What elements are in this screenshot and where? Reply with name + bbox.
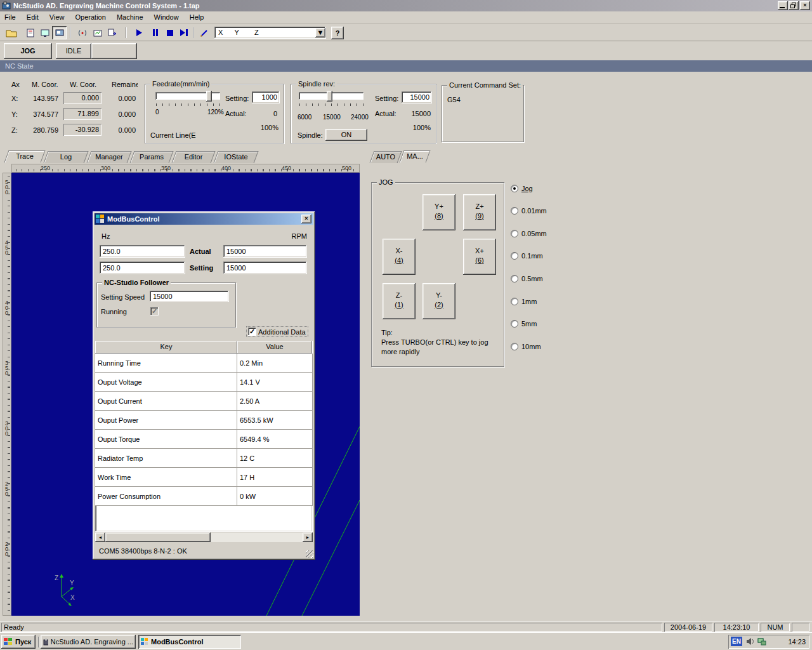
jog-x-plus-button[interactable]: X+(6) xyxy=(463,239,496,275)
radio-0-1mm[interactable] xyxy=(511,252,518,260)
tab-editor[interactable]: Editor xyxy=(172,151,216,163)
svg-text:Z: Z xyxy=(55,574,58,581)
radio-jog[interactable] xyxy=(511,185,518,192)
menu-help[interactable]: Help xyxy=(185,11,209,23)
restore-button[interactable] xyxy=(789,1,799,10)
tab-auto[interactable]: AUTO xyxy=(370,151,402,163)
additional-data-checkbox[interactable]: ✓ xyxy=(248,328,256,336)
menu-machine[interactable]: Machine xyxy=(112,11,148,23)
tab-trace[interactable]: Trace xyxy=(4,150,46,162)
language-indicator[interactable]: EN xyxy=(731,637,742,646)
tab-params[interactable]: Params xyxy=(130,151,174,163)
menu-operation[interactable]: Operation xyxy=(71,11,110,23)
setting-hz-field[interactable]: 250.0 xyxy=(100,262,185,274)
jog-mode-button[interactable]: JOG xyxy=(4,43,52,59)
task-modbuscontrol[interactable]: ModBusControl xyxy=(138,635,241,649)
scroll-right-icon[interactable]: ► xyxy=(303,533,313,542)
scroll-left-icon[interactable]: ◄ xyxy=(95,533,105,542)
resize-grip[interactable] xyxy=(306,550,313,558)
volume-icon[interactable] xyxy=(746,637,755,646)
modbus-close-button[interactable]: × xyxy=(301,215,311,223)
mode-bar: JOG IDLE xyxy=(0,41,812,60)
status-ready: Ready xyxy=(1,623,662,632)
radio-5mm[interactable] xyxy=(511,320,518,328)
axis-combo-dropdown-icon[interactable]: ▼ xyxy=(315,28,325,37)
axis-label: Z: xyxy=(11,126,18,134)
spindle-on-button[interactable]: ON xyxy=(325,129,367,141)
feedrate-setting-field[interactable]: 1000 xyxy=(252,91,280,103)
spindle-setting-field[interactable]: 15000 xyxy=(402,91,432,103)
modbus-title-bar[interactable]: ModBusControl × xyxy=(95,213,313,225)
svg-text:X: X xyxy=(70,594,75,601)
follower-group-title: NC-Studio Follower xyxy=(102,279,171,286)
work-coord-field[interactable]: 0.000 xyxy=(63,92,102,104)
axis-combo[interactable]: X Y Z xyxy=(214,27,326,39)
radio-0-05mm[interactable] xyxy=(511,230,518,237)
follower-speed-field[interactable]: 15000 xyxy=(150,291,229,302)
tray-clock[interactable]: 14:23 xyxy=(788,638,806,646)
work-coord-field[interactable]: 71.899 xyxy=(63,108,102,120)
antenna-icon[interactable] xyxy=(75,26,89,39)
work-coord-field[interactable]: -30.928 xyxy=(63,124,102,136)
edit-pencil-icon[interactable] xyxy=(197,26,211,39)
radio-0-01mm[interactable] xyxy=(511,207,518,215)
export-icon[interactable] xyxy=(105,26,119,39)
spindle-slider-thumb[interactable] xyxy=(327,91,332,102)
task-ncstudio[interactable]: NcStudio AD. Engraving ... xyxy=(41,635,136,649)
open-file-icon[interactable] xyxy=(4,26,18,39)
rpm-column-label: RPM xyxy=(280,232,307,240)
minimize-button[interactable] xyxy=(778,1,788,10)
view-select-icon[interactable] xyxy=(52,26,67,39)
tab-log[interactable]: Log xyxy=(44,151,89,163)
pause-icon[interactable] xyxy=(148,26,162,39)
network-icon[interactable] xyxy=(757,637,766,646)
jog-z-plus-button[interactable]: Z+(9) xyxy=(463,194,496,230)
toolbar-separator xyxy=(193,27,194,38)
taskbar-separator xyxy=(38,637,39,647)
feedrate-scale-max: 120% xyxy=(207,109,224,116)
feedrate-percent: 100% xyxy=(253,124,278,131)
mode-bar-blank xyxy=(91,43,137,59)
table-header-value[interactable]: Value xyxy=(237,341,312,354)
screen-preview-icon[interactable] xyxy=(37,26,52,39)
toolbar-separator xyxy=(70,27,71,38)
modbus-hscrollbar[interactable]: ◄ ► xyxy=(95,533,313,542)
jog-y-minus-button[interactable]: Y-(2) xyxy=(422,283,455,319)
radio-0-5mm[interactable] xyxy=(511,275,518,282)
jog-x-minus-button[interactable]: X-(4) xyxy=(383,239,416,275)
step-icon[interactable] xyxy=(177,26,192,39)
tab-iostate[interactable]: IOState xyxy=(214,151,259,163)
actual-rpm-field[interactable]: 15000 xyxy=(223,245,307,258)
trace-follow-icon[interactable] xyxy=(90,26,105,39)
play-icon[interactable] xyxy=(132,26,147,39)
tab-manual[interactable]: MA... xyxy=(400,150,431,162)
setting-rpm-field[interactable]: 15000 xyxy=(223,262,307,274)
start-button[interactable]: Пуск xyxy=(1,635,36,649)
modbus-dialog[interactable]: ModBusControl × Hz RPM 250.0 Actual 1500… xyxy=(93,211,315,560)
radio-1mm[interactable] xyxy=(511,298,518,305)
simulate-icon[interactable] xyxy=(23,26,37,39)
help-button[interactable]: ? xyxy=(331,27,344,39)
menu-edit[interactable]: Edit xyxy=(22,11,43,23)
feedrate-actual-value: 0 xyxy=(253,110,277,117)
actual-hz-field[interactable]: 250.0 xyxy=(100,245,185,258)
menu-file[interactable]: File xyxy=(0,11,20,23)
col-header-axis: Ax xyxy=(11,81,20,88)
running-checkbox[interactable]: ✓ xyxy=(150,307,159,315)
menu-window[interactable]: Window xyxy=(150,11,183,23)
jog-tip-line1: Press TURBO(or CTRL) key to jog xyxy=(381,338,488,346)
menu-view[interactable]: View xyxy=(45,11,69,23)
status-blank xyxy=(792,623,809,632)
close-button[interactable]: × xyxy=(800,1,810,10)
jog-y-plus-button[interactable]: Y+(8) xyxy=(422,194,455,230)
radio-10mm[interactable] xyxy=(511,343,518,350)
feedrate-slider-thumb[interactable] xyxy=(206,91,212,102)
jog-z-minus-button[interactable]: Z-(1) xyxy=(383,283,416,319)
title-bar[interactable]: NcStudio AD. Engraving Machine Control S… xyxy=(0,0,812,11)
tab-manager[interactable]: Manager xyxy=(87,151,132,163)
idle-state-button[interactable]: IDLE xyxy=(56,43,91,59)
scrollbar-thumb[interactable] xyxy=(105,533,211,542)
table-header-key[interactable]: Key xyxy=(95,341,237,354)
additional-data-toggle[interactable]: ✓ Additional Data xyxy=(246,326,308,337)
stop-icon[interactable] xyxy=(162,26,177,39)
